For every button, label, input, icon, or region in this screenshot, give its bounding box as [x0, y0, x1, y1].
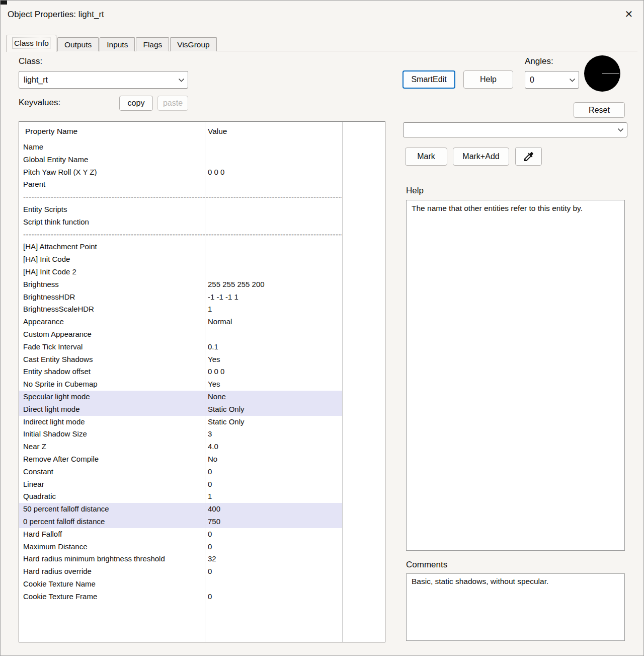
property-name-cell: Hard radius minimum brightness threshold [19, 553, 205, 565]
object-properties-dialog: Object Properties: light_rt ✕ Class Info… [0, 0, 644, 656]
table-row[interactable]: Parent [19, 178, 385, 191]
reset-button[interactable]: Reset [574, 102, 625, 118]
property-value-cell: 0 [205, 528, 342, 541]
angle-dial[interactable] [584, 55, 620, 92]
table-row[interactable]: Quadratic1 [19, 490, 385, 503]
help-button[interactable]: Help [463, 70, 513, 89]
copy-button[interactable]: copy [119, 96, 153, 111]
table-row[interactable]: Near Z4.0 [19, 441, 385, 453]
property-name-cell: Entity Scripts [19, 203, 205, 216]
angle-needle [602, 73, 619, 74]
tab-inputs[interactable]: Inputs [100, 37, 135, 51]
table-row[interactable]: Constant0 [19, 466, 385, 478]
title-bar: Object Properties: light_rt ✕ [1, 1, 643, 28]
header-property-name: Property Name [19, 127, 205, 136]
table-row[interactable]: Entity shadow offset0 0 0 [19, 366, 385, 378]
table-row[interactable]: Direct light modeStatic Only [19, 403, 385, 416]
table-row[interactable]: Maximum Distance0 [19, 541, 385, 553]
table-row[interactable]: Cast Entity ShadowsYes [19, 353, 385, 366]
divider-row-text: ----------------------------------------… [19, 229, 342, 241]
tab-flags[interactable]: Flags [136, 37, 169, 51]
property-name-cell: Entity shadow offset [19, 366, 205, 378]
table-row[interactable]: Hard Falloff0 [19, 528, 385, 541]
table-row[interactable]: Script think function [19, 216, 385, 229]
tab-class-info[interactable]: Class Info [7, 35, 56, 52]
property-table-body: NameGlobal Entity NamePitch Yaw Roll (X … [19, 141, 385, 603]
property-name-cell: 0 percent falloff distance [19, 516, 205, 528]
table-row[interactable]: Hard radius override0 [19, 565, 385, 578]
property-name-cell: Initial Shadow Size [19, 428, 205, 441]
table-row[interactable]: Specular light modeNone [19, 391, 385, 403]
mark-add-button[interactable]: Mark+Add [453, 148, 509, 166]
table-row[interactable]: BrightnessHDR-1 -1 -1 1 [19, 291, 385, 304]
table-row[interactable]: Brightness255 255 255 200 [19, 278, 385, 291]
table-row[interactable]: Custom Appearance [19, 328, 385, 341]
table-row[interactable]: [HA] Init Code 2 [19, 266, 385, 278]
tab-strip: Class InfoOutputsInputsFlagsVisGroup [7, 34, 218, 51]
mark-button[interactable]: Mark [405, 148, 447, 166]
table-row[interactable]: Cookie Texture Frame0 [19, 591, 385, 603]
property-name-cell: [HA] Init Code [19, 253, 205, 266]
tab-label: Flags [143, 40, 162, 49]
table-row[interactable]: Cookie Texture Name [19, 578, 385, 591]
table-row[interactable]: 0 percent falloff distance750 [19, 516, 385, 528]
divider-row-text: ----------------------------------------… [19, 191, 342, 203]
comments-text: Basic, static shadows, without specular. [412, 577, 548, 586]
property-value-cell: 750 [205, 516, 342, 528]
property-name-cell: Indirect light mode [19, 416, 205, 428]
paste-button[interactable]: paste [157, 96, 188, 111]
class-dropdown[interactable]: light_rt [19, 71, 188, 89]
property-name-cell: BrightnessHDR [19, 291, 205, 304]
tab-label: Class Info [14, 39, 49, 47]
comments-box[interactable]: Basic, static shadows, without specular. [406, 573, 625, 641]
table-row[interactable]: BrightnessScaleHDR1 [19, 303, 385, 316]
property-value-cell [205, 216, 342, 229]
table-row[interactable]: Fade Tick Interval0.1 [19, 341, 385, 353]
table-row[interactable]: [HA] Attachment Point [19, 241, 385, 253]
tab-outputs[interactable]: Outputs [57, 37, 99, 51]
table-row[interactable]: Remove After CompileNo [19, 453, 385, 466]
table-row[interactable]: ----------------------------------------… [19, 229, 385, 241]
property-name-cell: Near Z [19, 441, 205, 453]
keyvalues-label: Keyvalues: [19, 98, 60, 108]
property-name-cell: Cookie Texture Name [19, 578, 205, 591]
eyedropper-icon [523, 156, 535, 164]
eyedropper-button[interactable] [515, 147, 542, 166]
property-value-cell [205, 328, 342, 341]
property-name-cell: Maximum Distance [19, 541, 205, 553]
angles-dropdown[interactable]: 0 [525, 71, 579, 89]
property-name-cell: Parent [19, 178, 205, 191]
property-value-cell [205, 154, 342, 166]
property-value-cell: None [205, 391, 342, 403]
property-name-cell: Constant [19, 466, 205, 478]
table-row[interactable]: [HA] Init Code [19, 253, 385, 266]
keyvalue-filter-dropdown[interactable] [403, 122, 627, 137]
table-row[interactable]: No Sprite in CubemapYes [19, 378, 385, 391]
tab-label: Outputs [64, 40, 92, 49]
property-value-cell: 0 [205, 565, 342, 578]
table-row[interactable]: ----------------------------------------… [19, 191, 385, 203]
tab-visgroup[interactable]: VisGroup [170, 37, 216, 51]
property-table: Property Name Value NameGlobal Entity Na… [19, 121, 385, 642]
property-name-cell: Script think function [19, 216, 205, 229]
table-row[interactable]: Name [19, 141, 385, 154]
table-row[interactable]: Global Entity Name [19, 154, 385, 166]
smartedit-button[interactable]: SmartEdit [403, 70, 455, 89]
table-row[interactable]: Linear0 [19, 478, 385, 491]
table-row[interactable]: Initial Shadow Size3 [19, 428, 385, 441]
close-icon[interactable]: ✕ [619, 5, 638, 23]
table-row[interactable]: 50 percent falloff distance400 [19, 503, 385, 516]
property-value-cell: Normal [205, 316, 342, 328]
angles-dropdown-value: 0 [525, 76, 566, 85]
help-section-label: Help [406, 186, 424, 196]
property-value-cell: 0 [205, 466, 342, 478]
table-row[interactable]: Hard radius minimum brightness threshold… [19, 553, 385, 565]
table-row[interactable]: AppearanceNormal [19, 316, 385, 328]
table-row[interactable]: Entity Scripts [19, 203, 385, 216]
property-value-cell: Static Only [205, 403, 342, 416]
property-name-cell: [HA] Init Code 2 [19, 266, 205, 278]
property-table-header: Property Name Value [19, 122, 385, 141]
table-row[interactable]: Indirect light modeStatic Only [19, 416, 385, 428]
table-row[interactable]: Pitch Yaw Roll (X Y Z)0 0 0 [19, 166, 385, 179]
property-value-cell: 0.1 [205, 341, 342, 353]
